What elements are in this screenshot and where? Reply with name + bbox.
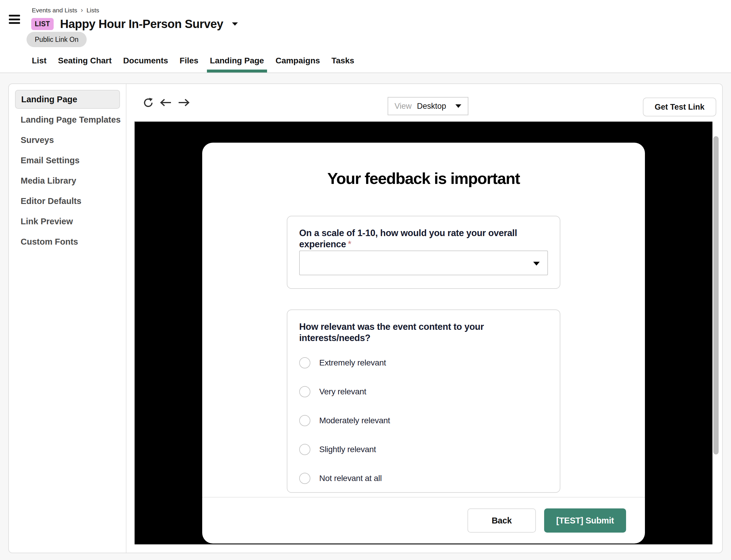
radio-circle-icon[interactable]	[299, 357, 310, 368]
sidebar-item-email-settings[interactable]: Email Settings	[9, 151, 126, 170]
rating-select[interactable]	[299, 251, 548, 275]
tab-bar: List Seating Chart Documents Files Landi…	[31, 49, 355, 73]
tab-campaigns[interactable]: Campaigns	[275, 49, 321, 73]
back-button[interactable]: Back	[467, 508, 536, 533]
breadcrumb: Events and Lists › Lists	[32, 6, 99, 14]
question-relevance: How relevant was the event content to yo…	[287, 309, 560, 493]
preview-pane: View Desktop Get Test Link Your feedback…	[126, 84, 722, 553]
list-type-badge: LIST	[31, 18, 54, 30]
tab-landing-page[interactable]: Landing Page	[209, 49, 265, 73]
view-selected-value: Desktop	[417, 102, 446, 111]
radio-option-very-relevant[interactable]: Very relevant	[299, 386, 548, 397]
question-relevance-title: How relevant was the event content to yo…	[299, 321, 548, 344]
view-mode-select[interactable]: View Desktop	[388, 97, 468, 115]
survey-card: Your feedback is important On a scale of…	[202, 143, 645, 543]
tab-documents[interactable]: Documents	[123, 49, 169, 73]
page-title: Happy Hour In-Person Survey	[60, 17, 223, 31]
question-rating: On a scale of 1-10, how would you rate y…	[287, 216, 560, 289]
hamburger-menu-icon[interactable]	[9, 15, 20, 24]
sidebar-item-media-library[interactable]: Media Library	[9, 171, 126, 190]
survey-heading: Your feedback is important	[202, 169, 645, 187]
sidebar-item-editor-defaults[interactable]: Editor Defaults	[9, 192, 126, 210]
question-rating-title: On a scale of 1-10, how would you rate y…	[299, 228, 548, 250]
radio-option-not-relevant[interactable]: Not relevant at all	[299, 473, 548, 484]
public-link-status-badge: Public Link On	[27, 32, 87, 47]
select-caret-icon	[533, 262, 540, 266]
app-header: Events and Lists › Lists LIST Happy Hour…	[0, 0, 731, 73]
forward-arrow-icon[interactable]	[177, 97, 190, 108]
radio-circle-icon[interactable]	[299, 415, 310, 426]
sidebar-item-landing-page[interactable]: Landing Page	[15, 90, 120, 109]
breadcrumb-events-and-lists[interactable]: Events and Lists	[32, 7, 77, 14]
title-dropdown-caret-icon[interactable]	[232, 22, 238, 26]
test-submit-button[interactable]: [TEST] Submit	[544, 508, 626, 533]
required-asterisk: *	[348, 239, 351, 249]
sidebar-item-landing-page-templates[interactable]: Landing Page Templates	[9, 110, 126, 129]
breadcrumb-separator-icon: ›	[81, 6, 83, 14]
preview-toolbar: View Desktop Get Test Link	[126, 84, 722, 121]
main-panel: Landing Page Landing Page Templates Surv…	[8, 83, 723, 553]
refresh-icon[interactable]	[143, 97, 154, 108]
view-label: View	[395, 102, 412, 111]
radio-circle-icon[interactable]	[299, 444, 310, 455]
preview-scrollbar-thumb[interactable]	[713, 136, 719, 454]
radio-option-moderately-relevant[interactable]: Moderately relevant	[299, 415, 548, 426]
back-arrow-icon[interactable]	[159, 97, 172, 108]
landing-page-preview: Your feedback is important On a scale of…	[134, 121, 712, 544]
chevron-down-icon	[455, 104, 461, 108]
tab-files[interactable]: Files	[179, 49, 199, 73]
get-test-link-button[interactable]: Get Test Link	[643, 98, 716, 116]
survey-footer: Back [TEST] Submit	[202, 497, 645, 543]
sidebar-item-surveys[interactable]: Surveys	[9, 131, 126, 149]
relevance-options: Extremely relevant Very relevant Moderat…	[299, 357, 548, 484]
breadcrumb-lists[interactable]: Lists	[86, 7, 99, 14]
radio-option-extremely-relevant[interactable]: Extremely relevant	[299, 357, 548, 368]
sidebar-item-custom-fonts[interactable]: Custom Fonts	[9, 232, 126, 251]
sidebar-item-link-preview[interactable]: Link Preview	[9, 212, 126, 231]
title-row: LIST Happy Hour In-Person Survey	[31, 18, 238, 30]
radio-circle-icon[interactable]	[299, 386, 310, 397]
tab-tasks[interactable]: Tasks	[331, 49, 355, 73]
radio-circle-icon[interactable]	[299, 473, 310, 484]
tab-list[interactable]: List	[31, 49, 47, 73]
radio-option-slightly-relevant[interactable]: Slightly relevant	[299, 444, 548, 455]
tab-seating-chart[interactable]: Seating Chart	[57, 49, 112, 73]
settings-sidebar: Landing Page Landing Page Templates Surv…	[9, 84, 126, 553]
